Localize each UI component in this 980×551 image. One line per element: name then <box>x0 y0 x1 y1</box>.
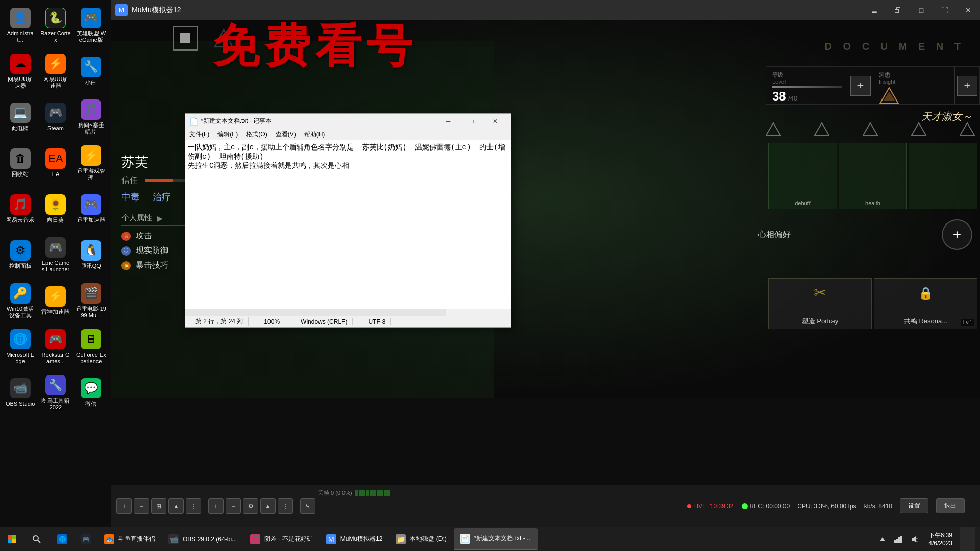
icon-geforce-label: GeForce Experience <box>76 352 106 365</box>
card-2[interactable]: health <box>839 143 908 209</box>
taskbar-search-button[interactable] <box>24 527 49 552</box>
tri1 <box>766 122 781 138</box>
icon-admin[interactable]: 👤 Administrat... <box>3 3 38 48</box>
icon-wechat[interactable]: 💬 微信 <box>74 370 109 416</box>
obs-source-menu-button[interactable]: ⋮ <box>278 498 293 514</box>
stop-button[interactable] <box>173 26 198 51</box>
system-clock[interactable]: 下午6:39 4/6/2023 <box>923 531 958 547</box>
tray-volume[interactable]: )) <box>907 533 921 545</box>
affinity-plus-button[interactable]: + <box>942 219 972 250</box>
notepad-titlebar[interactable]: 📄 *新建文本文档.txt - 记事本 ─ □ ✕ <box>185 114 511 129</box>
icon-riyi[interactable]: 🌻 向日葵 <box>38 186 73 232</box>
icon-geforce[interactable]: 🖥 GeForce Experience <box>74 324 109 370</box>
icon-game1999[interactable]: 🎬 迅雷电影 1999 Mu... <box>74 278 109 324</box>
mumu-fullscreen-button[interactable]: ⛶ <box>933 0 957 20</box>
taskbar-pin-steam[interactable]: 🎮 <box>75 528 97 550</box>
affinity-row: 心相偏好 + <box>758 219 972 250</box>
icon-music163[interactable]: 🎵 网易云音乐 <box>3 186 38 232</box>
notepad-menu-view[interactable]: 查看(V) <box>272 129 300 140</box>
network-icon <box>894 535 902 543</box>
mumu-maximize-button[interactable]: □ <box>910 0 933 20</box>
icon-admin-label: Administrat... <box>5 30 35 43</box>
level-add-button[interactable]: + <box>850 76 871 96</box>
taskbar-mumu[interactable]: M MuMu模拟器12 <box>320 528 389 550</box>
icon-163disk[interactable]: ☁ 网易UU加速器 <box>3 48 38 94</box>
svg-rect-17 <box>900 536 902 543</box>
icon-ea[interactable]: EA EA <box>38 140 73 186</box>
icon-win10tools[interactable]: 🔑 Win10激活设备工具 <box>3 278 38 324</box>
notepad-close-button[interactable]: ✕ <box>483 114 507 129</box>
obs-transition-button[interactable]: ⤷ <box>300 498 315 514</box>
icon-edge[interactable]: 🌐 Microsoft Edge <box>3 324 38 370</box>
obs-source-up-button[interactable]: ▲ <box>260 498 276 514</box>
taskbar-localdisk-label: 本地磁盘 (D:) <box>410 535 446 543</box>
notepad-minimize-button[interactable]: ─ <box>436 114 460 129</box>
obs-scene-menu-button[interactable]: ⋮ <box>186 498 201 514</box>
obs-exit-button[interactable]: 退出 <box>936 498 965 513</box>
portray-section[interactable]: ✂ 塑造 Portray <box>768 278 872 329</box>
notepad-menu-help[interactable]: 帮助(H) <box>300 129 329 140</box>
obs-remove-source-button[interactable]: − <box>226 498 241 514</box>
notepad-restore-button[interactable]: □ <box>460 114 483 129</box>
icon-wegame[interactable]: 🎮 英雄联盟 WeGame版 <box>74 3 109 48</box>
notepad-text-content[interactable]: 一队奶妈，主c，副c，援助上个盾辅角色名字分别是 苏芙比(奶妈) 温妮佛雷德(主… <box>185 140 511 309</box>
tray-chevron[interactable] <box>876 534 889 544</box>
attr-expand-icon[interactable]: ▶ <box>157 214 163 222</box>
obs-source-settings-button[interactable]: ⚙ <box>243 498 258 514</box>
mumu-logo: M <box>115 4 128 16</box>
insight-add-button[interactable]: + <box>957 76 977 96</box>
obs-add-scene-button[interactable]: + <box>116 498 132 514</box>
rec-dot-icon <box>742 503 748 509</box>
taskbar-notepad[interactable]: 📄 *新建文本文档.txt - ... <box>454 528 538 550</box>
icon-leimu[interactable]: ⚡ 雷神加速器 <box>38 278 73 324</box>
taskbar-pin-edge[interactable]: 🌐 <box>51 528 74 550</box>
obs-scene-props-button[interactable]: ⊞ <box>151 498 166 514</box>
obs-scene-up-button[interactable]: ▲ <box>168 498 184 514</box>
obs-add-source-button[interactable]: + <box>208 498 224 514</box>
svg-marker-4 <box>863 123 877 135</box>
icon-xiaobai[interactable]: 🔧 小白 <box>74 48 109 94</box>
icon-qq-label: 腾讯QQ <box>81 263 101 269</box>
mumu-minimize-button[interactable]: 🗕 <box>863 0 886 20</box>
tray-network[interactable] <box>891 533 905 545</box>
icon-uubooster[interactable]: ⚡ 网易UU加速器 <box>38 48 73 94</box>
clock-time: 下午6:39 <box>928 531 952 540</box>
taskbar-yingyue[interactable]: 🎵 阴差 - 不是花好矿 <box>244 528 319 550</box>
icon-recycle[interactable]: 🗑 回收站 <box>3 140 38 186</box>
taskbar-localdisk[interactable]: 📁 本地磁盘 (D:) <box>389 528 452 550</box>
obs-control-bar: + − ⊞ ▲ ⋮ + − ⚙ ▲ ⋮ ⤷ 丢帧 0 (0.0%) <box>111 485 980 527</box>
card-1[interactable]: debuff <box>768 143 837 209</box>
notepad-menu-format[interactable]: 格式(O) <box>242 129 271 140</box>
mumu-close-button[interactable]: ✕ <box>957 0 980 20</box>
icon-room[interactable]: 🎵 房间~塞壬唱片 <box>74 94 109 140</box>
icon-addgame[interactable]: 🎮 迅雷加速器 <box>74 186 109 232</box>
start-button[interactable] <box>0 527 24 552</box>
icon-tools2022[interactable]: 🔧 图鸟工具箱 2022 <box>38 370 73 416</box>
taskbar-douyu[interactable]: 🐟 斗鱼直播伴侣 <box>98 528 161 550</box>
taskbar-obs[interactable]: 📹 OBS 29.0.2 (64-bi... <box>162 528 243 550</box>
clock-date: 4/6/2023 <box>928 540 952 547</box>
mumu-restore-button[interactable]: 🗗 <box>886 0 910 20</box>
obs-settings-button[interactable]: 设置 <box>900 498 928 513</box>
icon-obs[interactable]: 📹 OBS Studio <box>3 370 38 416</box>
resonate-section[interactable]: 🔒 共鸣 Resona... Lv.1 <box>874 278 977 329</box>
portray-label: 塑造 Portray <box>771 317 869 326</box>
icon-epicgames[interactable]: 🎮 Epic Games Launcher <box>38 232 73 278</box>
obs-remove-scene-button[interactable]: − <box>134 498 149 514</box>
card-3[interactable] <box>909 143 977 209</box>
icon-control[interactable]: ⚙ 控制面板 <box>3 232 38 278</box>
icon-razer[interactable]: 🐍 Razer Cortex <box>38 3 73 48</box>
icon-steam[interactable]: 🎮 Steam <box>38 94 73 140</box>
notepad-menu-edit[interactable]: 编辑(E) <box>213 129 242 140</box>
notepad-menu-file[interactable]: 文件(F) <box>185 129 213 140</box>
wechat-icon: 💬 <box>81 378 101 398</box>
level-en-label: Level <box>772 79 842 85</box>
icon-riyi-label: 向日葵 <box>47 217 64 223</box>
icon-thunder[interactable]: ⚡ 迅雷游戏管理 <box>74 140 109 186</box>
show-desktop-button[interactable] <box>960 527 975 552</box>
icon-qq[interactable]: 🐧 腾讯QQ <box>74 232 109 278</box>
skill-bottom-row: ✂ 塑造 Portray 🔒 共鸣 Resona... Lv.1 <box>766 276 980 332</box>
icon-rockstar[interactable]: 🎮 Rockstar Games... <box>38 324 73 370</box>
notepad-hscrollbar[interactable] <box>185 309 511 316</box>
icon-pcdisk[interactable]: 💻 此电脑 <box>3 94 38 140</box>
